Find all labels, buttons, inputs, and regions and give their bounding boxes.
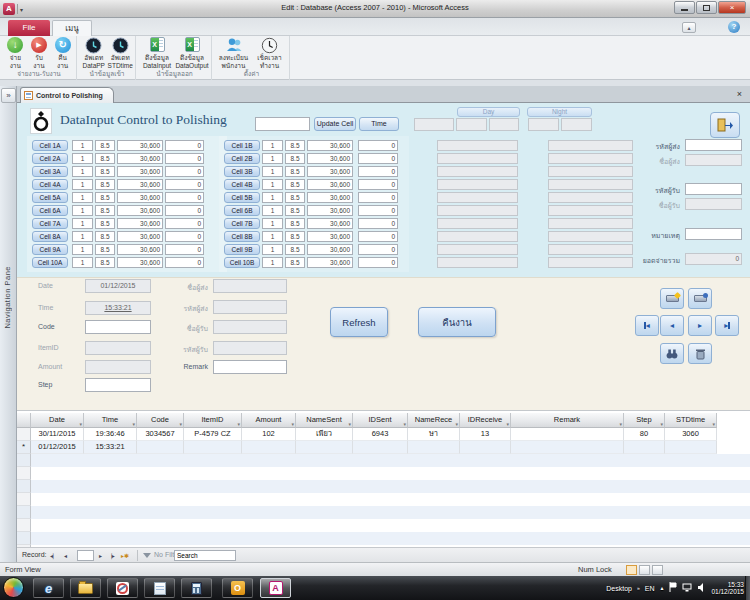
cell-button-cell-3b[interactable]: Cell 3B — [224, 166, 260, 177]
update-cell-input[interactable] — [255, 117, 310, 131]
cell-button-cell-10b[interactable]: Cell 10B — [224, 257, 260, 268]
cell-button-cell-6a[interactable]: Cell 6A — [32, 205, 68, 216]
column-header-itemid[interactable]: ItemID▾ — [184, 413, 242, 428]
help-icon[interactable]: ? — [728, 21, 740, 33]
column-header-time[interactable]: Time▾ — [84, 413, 137, 428]
new-record-icon[interactable]: ▸✱ — [121, 550, 129, 561]
column-header-remark[interactable]: Remark▾ — [511, 413, 624, 428]
access-taskbar-button[interactable]: A — [260, 578, 291, 598]
windows-explorer-taskbar-button[interactable] — [70, 578, 101, 598]
record-number-box[interactable] — [77, 550, 94, 561]
field-รหัสผู้ส่ง[interactable] — [685, 139, 742, 151]
column-header-step[interactable]: Step▾ — [624, 413, 665, 428]
cell-button-cell-9a[interactable]: Cell 9A — [32, 244, 68, 255]
cell-button-cell-4b[interactable]: Cell 4B — [224, 179, 260, 190]
table-cell[interactable] — [511, 428, 624, 441]
action-center-flag-icon[interactable] — [669, 582, 677, 594]
volume-icon[interactable] — [697, 583, 706, 594]
field-step[interactable] — [85, 378, 151, 392]
row-selector[interactable]: * — [17, 441, 31, 454]
layout-view-icon[interactable] — [652, 565, 663, 575]
ribbon-button-ทำงาน[interactable]: เช็คเวลาทำงาน — [252, 37, 287, 71]
column-header-code[interactable]: Code▾ — [137, 413, 184, 428]
calculator-taskbar-button[interactable] — [181, 578, 212, 598]
table-cell[interactable]: ษา — [408, 428, 460, 441]
cell-button-cell-4a[interactable]: Cell 4A — [32, 179, 68, 190]
show-desktop-button[interactable] — [745, 576, 750, 600]
table-cell[interactable] — [511, 441, 624, 454]
table-cell[interactable] — [184, 441, 242, 454]
exit-form-button[interactable] — [710, 112, 740, 138]
table-cell[interactable]: 3034567 — [137, 428, 184, 441]
cell-button-cell-2b[interactable]: Cell 2B — [224, 153, 260, 164]
previous-record-icon[interactable]: ◂ — [64, 550, 67, 561]
desktop-chevrons-icon[interactable]: » — [637, 585, 640, 591]
column-header-date[interactable]: Date▾ — [31, 413, 84, 428]
next-record-icon[interactable]: ▸ — [99, 550, 102, 561]
table-cell[interactable]: 30/11/2015 — [31, 428, 84, 441]
next-record-button[interactable]: ▸ — [688, 315, 712, 336]
table-cell[interactable]: 19:36:46 — [84, 428, 137, 441]
close-button[interactable]: × — [718, 1, 746, 14]
tab-menu[interactable]: เมนู — [52, 20, 92, 36]
table-cell[interactable] — [296, 441, 353, 454]
start-button[interactable] — [3, 577, 24, 598]
table-cell[interactable]: เพียว — [296, 428, 353, 441]
column-header-namesent[interactable]: NameSent▾ — [296, 413, 353, 428]
file-tab[interactable]: File — [8, 20, 50, 36]
table-cell[interactable]: 15:33:21 — [84, 441, 137, 454]
delete-record-button[interactable] — [688, 343, 712, 364]
find-button[interactable] — [660, 343, 684, 364]
table-cell[interactable] — [665, 441, 717, 454]
first-record-button[interactable]: ◂ — [635, 315, 659, 336]
cell-button-cell-8a[interactable]: Cell 8A — [32, 231, 68, 242]
new-record-button[interactable] — [660, 288, 684, 309]
ribbon-button-datapp[interactable]: อัพเดทDataPP — [81, 37, 107, 71]
table-cell[interactable]: 102 — [242, 428, 296, 441]
column-header-amount[interactable]: Amount▾ — [242, 413, 296, 428]
table-cell[interactable] — [460, 441, 511, 454]
cell-button-cell-2a[interactable]: Cell 2A — [32, 153, 68, 164]
update-cell-button[interactable]: Update Cell — [314, 117, 356, 131]
table-cell[interactable] — [242, 441, 296, 454]
last-record-icon[interactable]: ▕▸ — [108, 550, 115, 561]
column-header-stdtime[interactable]: STDtime▾ — [665, 413, 717, 428]
first-record-icon[interactable]: ◂▏ — [50, 550, 57, 561]
field-รหัสผู้รับ[interactable] — [685, 183, 742, 195]
column-header-namerece[interactable]: NameRece▾ — [408, 413, 460, 428]
ribbon-button-พนักงาน[interactable]: ลงทะเบียนพนักงาน — [216, 37, 251, 71]
minimize-button[interactable] — [674, 1, 695, 14]
restore-button[interactable] — [696, 1, 717, 14]
snipping-tool-taskbar-button[interactable] — [107, 578, 138, 598]
cell-button-cell-5a[interactable]: Cell 5A — [32, 192, 68, 203]
ribbon-button-งาน[interactable]: ↓จ่ายงาน — [4, 37, 27, 71]
cell-button-cell-7a[interactable]: Cell 7A — [32, 218, 68, 229]
table-cell[interactable]: P-4579 CZ — [184, 428, 242, 441]
table-cell[interactable]: 6943 — [353, 428, 408, 441]
form-close-icon[interactable]: × — [734, 89, 745, 100]
cell-button-cell-9b[interactable]: Cell 9B — [224, 244, 260, 255]
form-view-icon[interactable] — [626, 565, 637, 575]
ribbon-button-งาน[interactable]: ▶รับงาน — [28, 37, 51, 71]
table-cell[interactable] — [137, 441, 184, 454]
row-selector[interactable] — [17, 428, 31, 441]
table-cell[interactable]: 80 — [624, 428, 665, 441]
time-button[interactable]: Time — [359, 117, 399, 131]
hidden-icons-icon[interactable]: ▲ — [660, 585, 665, 591]
previous-record-button[interactable]: ◂ — [660, 315, 684, 336]
search-input[interactable] — [174, 550, 236, 561]
last-record-button[interactable]: ▸ — [715, 315, 739, 336]
nav-pane-expand-icon[interactable]: » — [1, 88, 16, 103]
cell-button-cell-3a[interactable]: Cell 3A — [32, 166, 68, 177]
network-icon[interactable] — [682, 583, 692, 594]
language-indicator[interactable]: EN — [645, 585, 655, 592]
save-record-button[interactable] — [688, 288, 712, 309]
day-button[interactable]: Day — [457, 107, 520, 117]
night-button[interactable]: Night — [527, 107, 592, 117]
table-cell[interactable]: 01/12/2015 — [31, 441, 84, 454]
cell-button-cell-8b[interactable]: Cell 8B — [224, 231, 260, 242]
minimize-ribbon-icon[interactable]: ▴ — [682, 22, 696, 33]
datasheet-view-icon[interactable] — [639, 565, 650, 575]
cell-button-cell-1b[interactable]: Cell 1B — [224, 140, 260, 151]
column-header-idsent[interactable]: IDSent▾ — [353, 413, 408, 428]
